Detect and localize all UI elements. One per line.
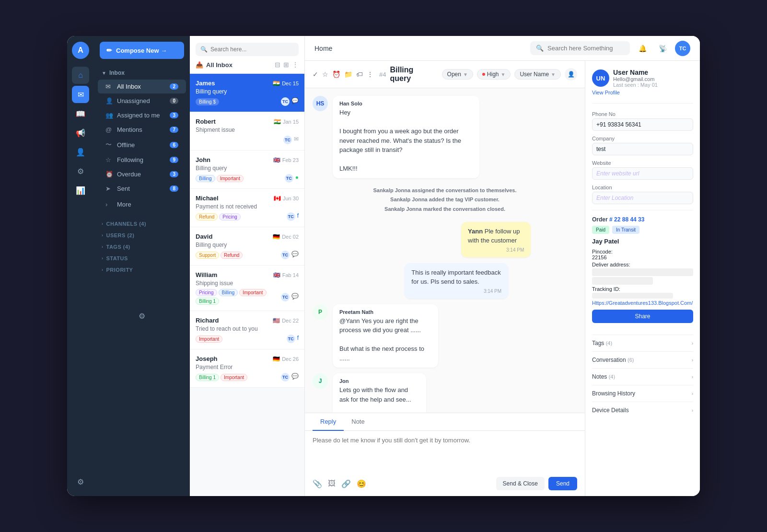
conv-name: Robert [196, 118, 216, 125]
chat-title: Billing query [390, 66, 436, 83]
nav-broadcast[interactable]: 📢 [72, 124, 89, 141]
status-chevron: › [102, 256, 104, 261]
users-group[interactable]: › Users (2) [94, 229, 190, 240]
sidebar-item-following[interactable]: ☆ Following 9 [98, 153, 186, 167]
nav-reports[interactable]: 📊 [72, 182, 89, 199]
msg-avatar-han: HS [313, 96, 328, 111]
emoji-icon[interactable]: 😊 [357, 479, 366, 488]
website-value[interactable]: Enter website url [592, 167, 693, 180]
order-section: Order # 22 88 44 33 Paid In Transit Jay … [592, 210, 693, 329]
view-profile-link[interactable]: View Profile [592, 90, 620, 95]
broadcast-icon[interactable]: 📡 [655, 41, 670, 56]
msg-sender: Preetam Nath [339, 309, 431, 315]
tags-group[interactable]: › Tags (4) [94, 240, 190, 252]
reply-tab[interactable]: Reply [313, 413, 344, 431]
sidebar-item-sent[interactable]: ➤ Sent 8 [98, 182, 186, 196]
nav-home[interactable]: ⌂ [72, 67, 89, 84]
sidebar-item-all-inbox[interactable]: ✉ All Inbox 2 [98, 80, 186, 93]
topbar-search-bar[interactable]: 🔍 [530, 41, 630, 55]
tracking-id-placeholder [592, 293, 673, 299]
compose-button[interactable]: ✏ Compose New → [100, 42, 184, 59]
message-bubble: Jon Lets go with the flow and ask for th… [333, 373, 426, 413]
nav-inbox[interactable]: ✉ [72, 86, 89, 103]
chat-user-icon[interactable]: 👤 [565, 68, 577, 81]
nav-integrations[interactable]: ⚙ [72, 162, 89, 180]
accordion-header-device[interactable]: Device Details › [592, 407, 693, 414]
attachment-icon[interactable]: 📎 [313, 479, 322, 488]
status-pill-priority[interactable]: High ▼ [477, 69, 511, 80]
more-icon[interactable]: ⋮ [367, 70, 373, 78]
priority-group[interactable]: › Priority [94, 263, 190, 275]
reply-input[interactable] [313, 437, 577, 465]
conv-item-richard[interactable]: Richard 🇺🇸 Dec 22 Tried to reach out to … [190, 311, 304, 349]
accordion-label-device: Device Details [592, 407, 629, 414]
share-button[interactable]: Share [592, 310, 693, 323]
sidebar-item-more[interactable]: › More [98, 197, 186, 211]
more-icon: › [105, 201, 113, 208]
accordion-notes: Notes (4) › [592, 368, 693, 385]
sidebar-item-offline[interactable]: 〜 Offline 6 [98, 137, 186, 152]
image-icon[interactable]: 🖼 [328, 479, 336, 488]
user-avatar-top[interactable]: TC [675, 41, 690, 56]
accordion-header-conversation[interactable]: Conversation (6) › [592, 357, 693, 363]
conv-date: 🇩🇪 Dec 26 [273, 356, 299, 362]
sidebar-item-assigned-to-me[interactable]: 👥 Assigned to me 3 [98, 108, 186, 122]
message-row-jon: J Jon Lets go with the flow and ask for … [313, 373, 577, 413]
conv-item-james[interactable]: James 🇮🇳 Dec 15 Billing query Billing $ … [190, 74, 304, 112]
tag-icon[interactable]: 🏷 [356, 70, 363, 78]
device-accordion-chevron: › [692, 408, 693, 413]
compose-label: Compose New → [116, 47, 167, 54]
sidebar-item-mentions[interactable]: @ Mentions 7 [98, 123, 186, 137]
star-icon[interactable]: ☆ [322, 70, 328, 78]
filter-icon[interactable]: ⊟ [275, 61, 280, 69]
conv-search-bar[interactable]: 🔍 [196, 43, 299, 56]
send-close-button[interactable]: Send & Close [496, 477, 545, 490]
app-logo[interactable]: A [72, 42, 89, 59]
folder-icon[interactable]: 📁 [344, 70, 352, 78]
inbox-section-header[interactable]: ▼ Inbox [94, 67, 190, 79]
nav-book[interactable]: 📖 [72, 105, 89, 122]
notification-icon[interactable]: 🔔 [635, 41, 650, 56]
more-options-icon[interactable]: ⋮ [292, 61, 299, 69]
sidebar-item-label: Sent [117, 185, 170, 192]
conv-search-input[interactable] [210, 46, 294, 53]
conv-item-michael[interactable]: Michael 🇨🇦 Jun 30 Payment is not receive… [190, 189, 304, 227]
conv-item-william[interactable]: William 🇬🇧 Fab 14 Shipping issue Pricing… [190, 266, 304, 311]
conv-item-joseph[interactable]: Joseph 🇩🇪 Dec 26 Payment Error Billing 1… [190, 349, 304, 388]
sidebar-item-label: Offline [117, 141, 170, 149]
conv-item-david[interactable]: David 🇩🇪 Dec 02 Billing query Support Re… [190, 227, 304, 266]
msg-text: @Yann Yes you are right the process we d… [339, 316, 431, 363]
sidebar-settings-icon[interactable]: ⚙ [133, 307, 151, 324]
sidebar-item-unassigned[interactable]: 👤 Unassigned 0 [98, 94, 186, 108]
conv-name: Richard [196, 317, 219, 324]
topbar-search-input[interactable] [547, 45, 624, 52]
link-icon[interactable]: 🔗 [341, 479, 351, 488]
sidebar-item-overdue[interactable]: ⏰ Overdue 3 [98, 167, 186, 181]
grid-icon[interactable]: ⊞ [283, 61, 289, 69]
conv-item-robert[interactable]: Robert 🇮🇳 Jan 15 Shipment issue TC ✉ [190, 112, 304, 150]
nav-contacts[interactable]: 👤 [72, 143, 89, 161]
check-icon[interactable]: ✓ [313, 70, 318, 78]
conv-channel-icon: ● [295, 174, 299, 183]
status-group[interactable]: › Status [94, 252, 190, 263]
note-tab[interactable]: Note [344, 413, 372, 431]
inbox-chevron: ▼ [102, 70, 106, 76]
nav-settings[interactable]: ⚙ [72, 473, 89, 490]
accordion-header-notes[interactable]: Notes (4) › [592, 373, 693, 380]
accordion-header-browsing[interactable]: Browsing History › [592, 390, 693, 397]
send-button[interactable]: Send [548, 477, 577, 490]
priority-chevron: › [102, 267, 104, 272]
conv-preview: Billing query [196, 88, 299, 95]
conv-tag: Support [196, 252, 219, 259]
status-pill-open[interactable]: Open ▼ [442, 69, 473, 80]
location-value[interactable]: Enter Location [592, 192, 693, 204]
status-pill-assignee[interactable]: User Name ▼ [514, 69, 561, 80]
clock-icon[interactable]: ⏰ [332, 70, 340, 78]
accordion-header-tags[interactable]: Tags (4) › [592, 340, 693, 347]
channels-group[interactable]: › Channels (4) [94, 217, 190, 229]
conv-item-john[interactable]: John 🇬🇧 Feb 23 Billing query Billing Imp… [190, 150, 304, 189]
conv-tag: Billing 1 [196, 298, 219, 305]
website-field: Website Enter website url [592, 160, 693, 180]
tracking-link[interactable]: Https://Greatadventures133.Blogspot.Com/ [592, 300, 693, 306]
conv-tag: Pricing [196, 289, 217, 296]
